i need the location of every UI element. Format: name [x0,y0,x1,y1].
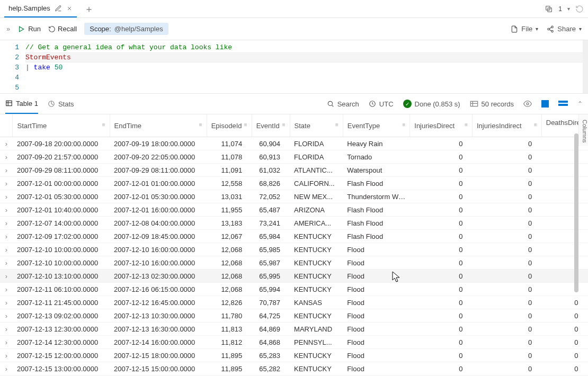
scope-pill[interactable]: Scope: @help/Samples [84,23,168,35]
column-header[interactable]: InjuriesDirect≡ [410,114,473,137]
cell[interactable]: 0 [410,230,473,243]
cell[interactable]: 2007-09-20 21:57:00.0000 [13,150,110,164]
sort-icon[interactable]: ≡ [534,122,537,128]
cell[interactable]: 2007-12-09 18:45:00.0000 [110,230,207,243]
cell[interactable]: Flash Flood [343,217,409,230]
cell[interactable]: 0 [472,203,541,217]
row-expander[interactable]: › [0,137,13,150]
cell[interactable]: 0 [472,362,541,375]
chevron-down-icon[interactable]: ▾ [567,6,570,12]
cell[interactable]: 65,282 [252,362,290,375]
cell[interactable]: 2007-09-29 08:11:00.0000 [110,164,207,177]
cell[interactable]: KENTUCKY [290,362,343,375]
cell[interactable]: 2007-12-10 13:10:00.0000 [13,270,110,283]
row-expander[interactable]: › [0,243,13,256]
cell[interactable]: 11,091 [207,164,252,177]
row-expander[interactable]: › [0,309,13,323]
cell[interactable]: 65,995 [252,270,290,283]
cell[interactable]: 2007-12-01 16:00:00.0000 [110,203,207,217]
cell[interactable]: 65,283 [252,349,290,362]
cell[interactable]: 0 [472,256,541,270]
column-header[interactable]: EpisodeId≡ [207,114,252,137]
cell[interactable]: 0 [472,283,541,296]
cell[interactable]: 60,913 [252,150,290,164]
cell[interactable]: 0 [472,243,541,256]
table-row[interactable]: ›2007-12-01 10:40:00.00002007-12-01 16:0… [0,203,588,217]
cell[interactable]: 61,032 [252,164,290,177]
cell[interactable]: 2007-12-13 16:30:00.0000 [110,323,207,336]
cell[interactable]: Flood [343,362,409,375]
cell[interactable]: NEW MEX... [290,190,343,203]
cell[interactable]: KENTUCKY [290,243,343,256]
cell[interactable]: 0 [541,309,587,323]
cell[interactable]: 2007-09-29 08:11:00.0000 [13,164,110,177]
cell[interactable]: KANSAS [290,296,343,309]
row-expander[interactable]: › [0,296,13,309]
table-row[interactable]: ›2007-12-15 13:00:00.00002007-12-15 15:0… [0,362,588,375]
tab-stats[interactable]: Stats [48,94,74,114]
row-density-icon[interactable] [558,101,568,107]
table-row[interactable]: ›2007-12-13 09:02:00.00002007-12-13 10:3… [0,309,588,323]
close-icon[interactable] [66,5,73,12]
table-row[interactable]: ›2007-12-14 12:30:00.00002007-12-14 16:0… [0,336,588,349]
cell[interactable]: 0 [541,362,587,375]
table-row[interactable]: ›2007-12-10 10:00:00.00002007-12-10 16:0… [0,256,588,270]
cell[interactable]: 0 [410,309,473,323]
share-menu[interactable]: Share ▾ [547,25,582,33]
cell[interactable]: 73,241 [252,217,290,230]
cell[interactable]: Thunderstorm Wind [343,190,409,203]
cell[interactable]: 2007-12-13 10:30:00.0000 [110,309,207,323]
cell[interactable]: 0 [472,349,541,362]
cell[interactable]: Flood [343,309,409,323]
cell[interactable]: 12,068 [207,270,252,283]
add-tab-button[interactable]: ＋ [84,3,94,15]
cell[interactable]: 0 [472,323,541,336]
column-header[interactable]: State≡ [290,114,343,137]
cell[interactable]: 11,895 [207,349,252,362]
table-row[interactable]: ›2007-09-29 08:11:00.00002007-09-29 08:1… [0,164,588,177]
cell[interactable]: 11,780 [207,309,252,323]
row-expander[interactable]: › [0,217,13,230]
cell[interactable]: Flood [343,323,409,336]
cell[interactable]: Flood [343,256,409,270]
table-row[interactable]: ›2007-09-18 20:00:00.00002007-09-19 18:0… [0,137,588,150]
cell[interactable]: 2007-12-08 04:00:00.0000 [110,217,207,230]
cell[interactable]: 0 [541,164,587,177]
run-button[interactable]: Run [17,25,41,33]
code-editor[interactable]: 1// Get a general idea of what your data… [0,40,588,93]
column-header[interactable]: EventId≡ [252,114,290,137]
cell[interactable]: 0 [541,296,587,309]
color-box-icon[interactable] [541,100,549,108]
cell[interactable]: 2007-12-15 18:00:00.0000 [110,349,207,362]
cell[interactable]: FLORIDA [290,150,343,164]
cell[interactable]: 0 [541,217,587,230]
cell[interactable]: 0 [410,283,473,296]
cell[interactable]: 2007-12-01 00:00:00.0000 [13,177,110,190]
cell[interactable]: 0 [472,270,541,283]
cell[interactable]: 0 [472,190,541,203]
cell[interactable]: KENTUCKY [290,256,343,270]
cell[interactable]: 64,869 [252,323,290,336]
cell[interactable]: Flood [343,243,409,256]
cell[interactable]: 2007-12-01 05:30:00.0000 [110,190,207,203]
cell[interactable]: 2007-09-20 22:05:00.0000 [110,150,207,164]
cell[interactable]: ATLANTIC... [290,164,343,177]
cell[interactable]: AMERICA... [290,217,343,230]
table-row[interactable]: ›2007-12-10 10:00:00.00002007-12-10 16:0… [0,243,588,256]
cell[interactable]: 0 [472,336,541,349]
table-row[interactable]: ›2007-12-01 05:30:00.00002007-12-01 05:3… [0,190,588,203]
row-expander[interactable]: › [0,177,13,190]
row-expander[interactable]: › [0,270,13,283]
cell[interactable]: 65,994 [252,283,290,296]
cell[interactable]: 2007-12-14 12:30:00.0000 [13,336,110,349]
table-row[interactable]: ›2007-12-11 06:10:00.00002007-12-16 06:1… [0,283,588,296]
cell[interactable]: 12,558 [207,177,252,190]
cell[interactable]: Waterspout [343,164,409,177]
edit-icon[interactable] [55,5,62,12]
cell[interactable]: 12,826 [207,296,252,309]
cell[interactable]: 2007-12-13 09:02:00.0000 [13,309,110,323]
cell[interactable]: Heavy Rain [343,137,409,150]
cell[interactable]: 0 [410,296,473,309]
cell[interactable]: Flood [343,336,409,349]
table-row[interactable]: ›2007-12-01 00:00:00.00002007-12-01 01:0… [0,177,588,190]
